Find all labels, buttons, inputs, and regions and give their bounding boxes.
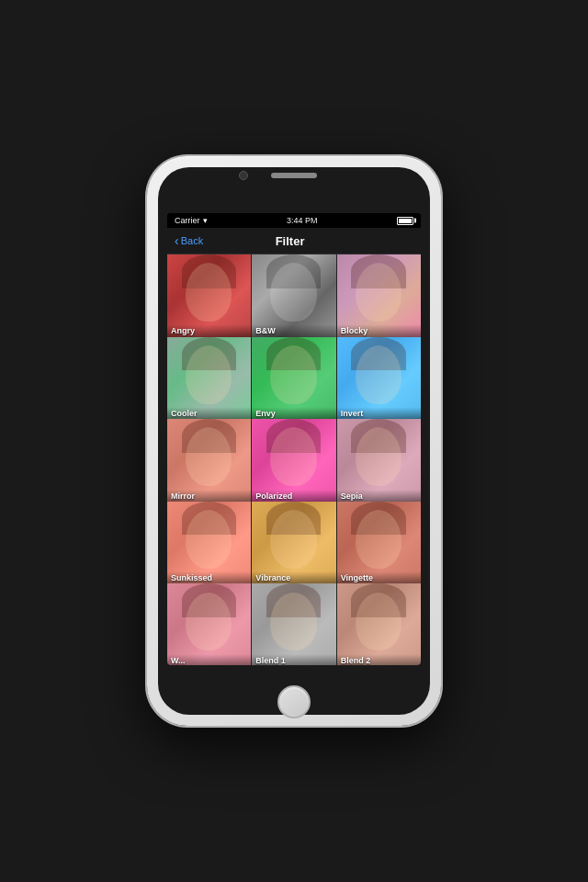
face-shape	[356, 593, 401, 651]
filter-cell-invert[interactable]: Invert	[337, 337, 421, 421]
filter-cell-envy[interactable]: Envy	[252, 337, 335, 421]
nav-title: Filter	[203, 234, 377, 248]
face-shape	[186, 263, 232, 322]
nav-bar: ‹ Back Filter	[167, 228, 421, 254]
screen: Carrier ▾ 3:44 PM ‹ Back Filter	[167, 213, 421, 665]
face-shape	[270, 263, 316, 322]
face-shape	[270, 345, 316, 404]
filter-cell-w[interactable]: W...	[167, 583, 251, 665]
face-shape	[186, 427, 232, 486]
filter-photo-bg	[337, 583, 421, 665]
face-shape	[270, 510, 316, 569]
filter-photo-bg	[252, 583, 335, 665]
filter-cell-bw[interactable]: B&W	[252, 254, 335, 338]
filter-cell-polarized[interactable]: Polarized	[252, 419, 335, 503]
filter-label: Blend 2	[337, 654, 421, 665]
face-shape	[270, 427, 316, 486]
filter-cell-sepia[interactable]: Sepia	[337, 419, 421, 503]
status-right	[397, 217, 413, 225]
filter-cell-blend1[interactable]: Blend 1	[252, 583, 335, 665]
camera	[239, 171, 248, 180]
face-shape	[270, 593, 316, 651]
face-shape	[356, 510, 401, 569]
carrier-label: Carrier	[175, 216, 200, 225]
filter-cell-vibrance[interactable]: Vibrance	[252, 502, 335, 585]
phone-inner: Carrier ▾ 3:44 PM ‹ Back Filter	[158, 167, 430, 715]
battery-icon	[397, 217, 413, 225]
back-chevron-icon: ‹	[175, 233, 179, 248]
face-shape	[186, 510, 232, 569]
speaker-top	[271, 173, 317, 178]
filter-photo-bg	[167, 583, 251, 665]
face-shape	[356, 263, 401, 322]
back-button[interactable]: ‹ Back	[175, 233, 203, 248]
filter-grid: AngryB&WBlockyCoolerEnvyInvertMirrorPola…	[167, 254, 421, 665]
filter-cell-sunkissed[interactable]: Sunkissed	[167, 502, 251, 585]
filter-label: Blend 1	[252, 654, 335, 665]
status-time: 3:44 PM	[287, 216, 318, 225]
filter-cell-mirror[interactable]: Mirror	[167, 419, 251, 503]
status-bar: Carrier ▾ 3:44 PM	[167, 213, 421, 228]
filter-cell-blocky[interactable]: Blocky	[337, 254, 421, 338]
back-label: Back	[181, 235, 203, 246]
status-left: Carrier ▾	[175, 216, 208, 225]
filter-label: W...	[167, 654, 251, 665]
face-shape	[356, 345, 401, 404]
wifi-icon: ▾	[203, 216, 208, 225]
filter-cell-vingette[interactable]: Vingette	[337, 502, 421, 585]
filter-cell-angry[interactable]: Angry	[167, 254, 251, 338]
phone-frame: Carrier ▾ 3:44 PM ‹ Back Filter	[147, 156, 441, 726]
filter-cell-blend2[interactable]: Blend 2	[337, 583, 421, 665]
filter-cell-cooler[interactable]: Cooler	[167, 337, 251, 421]
face-shape	[356, 427, 401, 486]
home-button[interactable]	[277, 685, 311, 718]
